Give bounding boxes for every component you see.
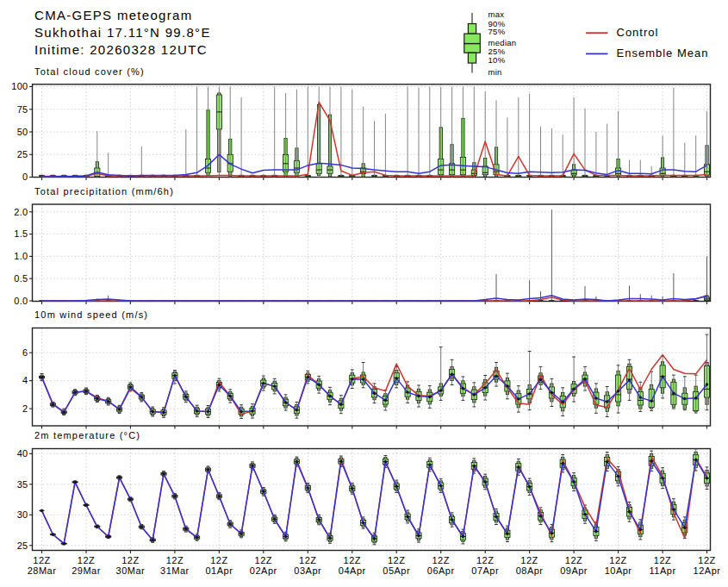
svg-text:29Mar: 29Mar xyxy=(72,565,101,576)
svg-text:01Apr: 01Apr xyxy=(205,565,233,576)
svg-text:75: 75 xyxy=(17,104,28,115)
svg-text:2.0: 2.0 xyxy=(14,207,28,217)
svg-text:12Z: 12Z xyxy=(33,555,50,565)
svg-text:12Z: 12Z xyxy=(344,555,361,565)
svg-text:2m temperature (°C): 2m temperature (°C) xyxy=(34,430,140,440)
svg-text:09Apr: 09Apr xyxy=(560,565,588,576)
svg-text:06Apr: 06Apr xyxy=(427,565,455,576)
svg-text:6: 6 xyxy=(22,347,28,358)
svg-text:12Apr: 12Apr xyxy=(694,565,721,576)
svg-text:12Z: 12Z xyxy=(609,555,626,565)
svg-text:75%: 75% xyxy=(488,27,506,36)
svg-text:30Mar: 30Mar xyxy=(116,565,146,576)
svg-text:28Mar: 28Mar xyxy=(28,565,57,576)
svg-text:12Z: 12Z xyxy=(476,555,494,565)
svg-text:0.5: 0.5 xyxy=(14,273,28,284)
svg-text:05Apr: 05Apr xyxy=(383,565,410,576)
svg-text:25: 25 xyxy=(17,149,28,159)
svg-text:35: 35 xyxy=(17,479,28,490)
svg-text:median: median xyxy=(488,38,517,47)
svg-text:Total precipitation (mm/6h): Total precipitation (mm/6h) xyxy=(34,186,174,197)
svg-text:12Z: 12Z xyxy=(78,555,95,565)
svg-text:07Apr: 07Apr xyxy=(471,565,499,576)
svg-text:11Apr: 11Apr xyxy=(650,565,676,576)
svg-text:12Z: 12Z xyxy=(565,555,582,565)
svg-text:CMA-GEPS meteogram: CMA-GEPS meteogram xyxy=(34,8,192,22)
svg-text:31Mar: 31Mar xyxy=(160,565,190,576)
svg-text:10m wind speed (m/s): 10m wind speed (m/s) xyxy=(34,309,148,320)
svg-text:12Z: 12Z xyxy=(388,555,405,565)
svg-text:04Apr: 04Apr xyxy=(339,565,366,576)
svg-text:1.5: 1.5 xyxy=(14,228,28,239)
svg-text:12Z: 12Z xyxy=(166,555,184,565)
svg-text:max: max xyxy=(488,9,505,19)
svg-text:12Z: 12Z xyxy=(121,555,139,565)
svg-text:08Apr: 08Apr xyxy=(516,565,544,576)
svg-text:12Z: 12Z xyxy=(255,555,272,565)
svg-text:40: 40 xyxy=(17,448,28,459)
svg-text:12Z: 12Z xyxy=(432,555,449,565)
svg-text:10%: 10% xyxy=(488,55,506,65)
svg-text:4: 4 xyxy=(22,375,28,385)
svg-text:Control: Control xyxy=(617,26,659,39)
svg-text:02Apr: 02Apr xyxy=(250,565,277,576)
svg-text:Initime: 20260328 12UTC: Initime: 20260328 12UTC xyxy=(34,42,208,57)
svg-text:Ensemble Mean: Ensemble Mean xyxy=(617,47,709,59)
svg-text:03Apr: 03Apr xyxy=(294,565,321,576)
svg-text:0: 0 xyxy=(22,172,28,182)
svg-text:min: min xyxy=(488,67,502,77)
svg-text:Sukhothai 17.11°N 99.8°E: Sukhothai 17.11°N 99.8°E xyxy=(34,25,211,40)
svg-text:30: 30 xyxy=(17,509,28,520)
svg-text:12Z: 12Z xyxy=(520,555,538,565)
svg-text:12Z: 12Z xyxy=(299,555,316,565)
svg-text:25: 25 xyxy=(17,540,28,551)
svg-text:0.0: 0.0 xyxy=(14,296,28,306)
svg-text:50: 50 xyxy=(17,127,28,137)
svg-text:12Z: 12Z xyxy=(698,555,715,565)
svg-text:12Z: 12Z xyxy=(654,555,671,565)
svg-text:100: 100 xyxy=(11,81,28,91)
svg-text:2: 2 xyxy=(22,403,28,414)
svg-text:12Z: 12Z xyxy=(210,555,227,565)
svg-text:Total cloud cover (%): Total cloud cover (%) xyxy=(34,66,145,77)
svg-text:1.0: 1.0 xyxy=(14,251,28,261)
svg-text:10Apr: 10Apr xyxy=(605,565,632,576)
